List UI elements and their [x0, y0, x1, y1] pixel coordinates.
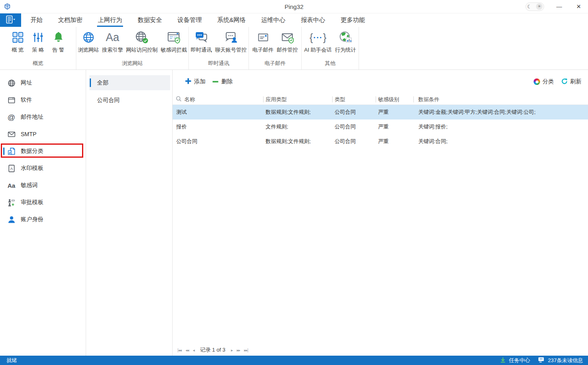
sidebar-item-account-identity[interactable]: 账户身份 [0, 211, 86, 228]
column-header-data-condition[interactable]: 数据条件 [413, 94, 588, 104]
search-engine-button[interactable]: Aa 搜索引擎 [100, 30, 124, 54]
sun-toggle-knob[interactable]: ☀ [536, 3, 543, 10]
sidebar-item-sensitive-words[interactable]: Aa 敏感词 [0, 177, 86, 194]
sidebar-item-label: 敏感词 [21, 182, 38, 189]
website-access-control-button[interactable]: 网站访问控制 [125, 30, 159, 54]
chat-account-control-button[interactable]: 聊天账号管控 [214, 30, 249, 54]
ai-assistant-session-button[interactable]: {···} AI 助手会话 [303, 30, 333, 54]
add-button[interactable]: 添加 [185, 78, 205, 86]
chat-bubbles-icon [195, 30, 208, 45]
browse-website-button[interactable]: 浏览网站 [76, 30, 100, 54]
sidebar-item-email-address[interactable]: @ 邮件地址 [0, 109, 86, 126]
theme-toggle[interactable]: ☾ ☀ [525, 2, 544, 11]
ribbon-group-other: {···} AI 助手会话 行为统计 其他 [302, 27, 359, 70]
group-label-im: 即时通讯 [189, 60, 249, 67]
tab-wendang-jiami[interactable]: 文档加密 [52, 13, 89, 27]
ribbon-group-overview: 概 览 策 略 告 警 概览 [0, 27, 76, 70]
sidebar-item-url[interactable]: 网址 [0, 74, 86, 91]
main-content: 添加 删除 分类 刷新 名称 应用类型 类型 敏感级别 [173, 70, 588, 356]
tab-gengduo-gongneng[interactable]: 更多功能 [335, 13, 371, 27]
tab-shangwang-xingwei[interactable]: 上网行为 [92, 13, 128, 27]
mail-control-button[interactable]: 邮件管控 [275, 30, 300, 54]
refresh-icon [561, 78, 568, 86]
user-identity-icon [6, 215, 16, 224]
tab-xitong-wangluo[interactable]: 系统&网络 [211, 13, 252, 27]
sidebar-item-label: 数据分类 [21, 148, 43, 155]
minimize-button[interactable]: — [553, 3, 565, 10]
tab-shuju-anquan[interactable]: 数据安全 [132, 13, 168, 27]
status-bar-right: 任务中心 237条未读信息 [492, 357, 583, 364]
envelope-shield-icon [281, 30, 294, 45]
mail-outline-icon [6, 130, 16, 139]
globe-check-icon [135, 30, 149, 45]
left-sidebar: 网址 软件 @ 邮件地址 SMTP 数据分类 A 水印模板 Aa 敏感词 审 [0, 70, 86, 356]
ribbon-group-email: 电子邮件 邮件管控 电子邮件 [249, 27, 302, 70]
sidebar-item-label: SMTP [21, 131, 37, 137]
close-button[interactable]: × [572, 2, 586, 11]
app-window-icon [6, 96, 16, 104]
sensitive-word-block-button[interactable]: 敏感词拦截 [159, 30, 188, 54]
fast-prev-page-icon[interactable]: ◂◂ [186, 348, 189, 352]
sidebar-item-watermark-template[interactable]: A 水印模板 [0, 160, 86, 177]
first-page-icon[interactable]: |◂◂ [177, 348, 182, 352]
download-icon [500, 357, 506, 364]
sidebar-item-label: 邮件地址 [21, 113, 43, 121]
ribbon-empty-space [359, 27, 588, 70]
tab-kaishi[interactable]: 开始 [24, 13, 49, 27]
chat-user-icon [224, 30, 238, 45]
aa-search-engine-icon: Aa [106, 30, 119, 45]
main-menu-button[interactable] [0, 13, 21, 27]
svg-text:A: A [10, 166, 13, 170]
table-row[interactable]: 测试 数据规则;文件规则; 公司合同 严重 关键词:金额;关键词:甲方;关键词:… [173, 105, 588, 119]
email-button[interactable]: 电子邮件 [251, 30, 275, 54]
fast-next-page-icon[interactable]: ▸▸ [237, 348, 240, 352]
category-panel: 全部 公司合同 [86, 70, 173, 356]
group-label-overview: 概览 [0, 60, 76, 67]
ribbon-tab-bar: 开始 文档加密 上网行为 数据安全 设备管理 系统&网络 运维中心 报表中心 更… [0, 13, 588, 27]
tab-baobiao-zhongxin[interactable]: 报表中心 [295, 13, 331, 27]
moon-icon[interactable]: ☾ [527, 4, 532, 9]
prev-page-icon[interactable]: ◂ [193, 348, 195, 352]
sidebar-item-smtp[interactable]: SMTP [0, 126, 86, 143]
sidebar-item-data-category[interactable]: 数据分类 [0, 143, 86, 160]
table-row[interactable]: 公司合同 数据规则;文件规则; 公司合同 严重 关键词:合同; [173, 134, 588, 149]
at-sign-icon: @ [6, 113, 16, 121]
globe-icon [82, 30, 95, 45]
column-header-sensitive-level[interactable]: 敏感级别 [376, 94, 413, 104]
unread-messages-button[interactable]: 237条未读信息 [538, 357, 583, 364]
ribbon-group-browse-website: 浏览网站 Aa 搜索引擎 网站访问控制 敏感词拦截 浏览网站 [76, 27, 189, 70]
globe-stats-icon [339, 30, 352, 45]
pagination-bar: |◂◂ ◂◂ ◂ 记录 1 of 3 ▸ ▸▸ ▸▸| [173, 345, 250, 355]
color-wheel-icon [534, 78, 540, 85]
task-center-button[interactable]: 任务中心 [500, 357, 530, 364]
sidebar-item-software[interactable]: 软件 [0, 91, 86, 109]
tab-yunwei-zhongxin[interactable]: 运维中心 [255, 13, 292, 27]
alert-button[interactable]: 告 警 [48, 30, 69, 54]
overview-button[interactable]: 概 览 [8, 30, 28, 54]
refresh-button[interactable]: 刷新 [561, 78, 582, 86]
last-page-icon[interactable]: ▸▸| [244, 348, 248, 352]
sidebar-item-label: 软件 [21, 96, 32, 104]
category-item-all[interactable]: 全部 [89, 75, 170, 90]
behavior-statistics-button[interactable]: 行为统计 [333, 30, 358, 54]
sidebar-item-approval-template[interactable]: 审批模板 [0, 194, 86, 211]
sidebar-item-label: 审批模板 [21, 199, 43, 206]
ribbon-group-im: 即时通讯 聊天账号管控 即时通讯 [189, 27, 249, 70]
search-icon [176, 96, 182, 103]
status-ready-label: 就绪 [6, 357, 17, 364]
column-header-app-type[interactable]: 应用类型 [263, 94, 332, 104]
classify-button[interactable]: 分类 [534, 78, 554, 85]
next-page-icon[interactable]: ▸ [231, 348, 233, 352]
column-header-type[interactable]: 类型 [332, 94, 376, 104]
category-item-label: 全部 [97, 79, 108, 87]
bell-alert-icon [52, 30, 65, 45]
sidebar-item-label: 水印模板 [21, 165, 43, 172]
window-shield-icon [167, 30, 181, 45]
instant-messaging-button[interactable]: 即时通讯 [189, 30, 214, 54]
tab-shebei-guanli[interactable]: 设备管理 [171, 13, 208, 27]
category-item-company-contract[interactable]: 公司合同 [89, 93, 170, 108]
policy-button[interactable]: 策 略 [28, 30, 48, 54]
table-row[interactable]: 报价 文件规则; 公司合同 严重 关键词:报价; [173, 119, 588, 134]
column-header-name[interactable]: 名称 [173, 94, 263, 104]
delete-button[interactable]: 删除 [212, 78, 233, 85]
